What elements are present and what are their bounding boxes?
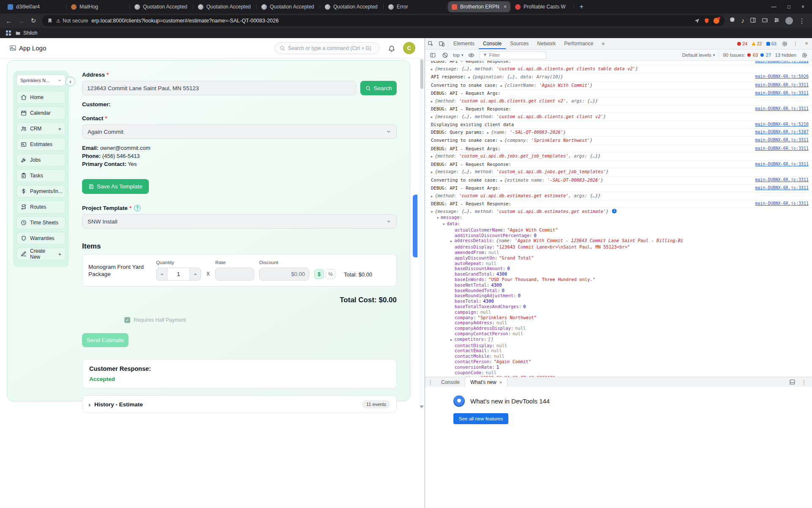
quantity-decrease-button[interactable] [156, 268, 167, 281]
extensions-puzzle-icon[interactable] [729, 17, 735, 25]
sidebar-item-home[interactable]: Home [16, 91, 66, 104]
browser-tab[interactable]: Quotation Accepted [131, 1, 193, 12]
browser-tab[interactable]: Profitable Casts W [511, 1, 574, 12]
devtools-settings-gear-icon[interactable] [779, 41, 790, 47]
contact-select[interactable]: Again Commit [82, 124, 397, 139]
source-link[interactable]: main-DUBNX-6R.js:3311 [749, 201, 809, 207]
drawer-menu-icon[interactable]: ⋮ [798, 379, 809, 385]
address-search-button[interactable]: Search [360, 81, 397, 95]
context-selector[interactable]: top▾ [453, 52, 464, 58]
expand-arrow-icon[interactable]: ▶ [431, 170, 433, 175]
reload-button[interactable]: ↻ [30, 17, 37, 25]
tree-property[interactable]: additionalDiscountPercentage:0 [431, 233, 809, 238]
tree-property[interactable]: baseRoundedTotal:0 [431, 288, 809, 293]
tune-icon[interactable] [774, 17, 780, 25]
drawer-layout-icon[interactable] [787, 379, 798, 385]
tree-property[interactable]: contactEmail:null [431, 348, 809, 353]
warning-count-badge[interactable]: 22 [752, 41, 762, 46]
expand-arrow-icon[interactable]: ▶ [487, 130, 489, 136]
live-expression-eye-icon[interactable] [467, 52, 476, 58]
source-link[interactable]: main-DUBNX-6R.js:3311 [749, 177, 809, 183]
drawer-kebab-icon[interactable]: ⋮ [425, 379, 436, 385]
quantity-increase-button[interactable] [189, 268, 201, 281]
help-icon[interactable]: ? [134, 205, 140, 211]
clear-console-icon[interactable] [441, 52, 449, 58]
minimize-button[interactable]: — [771, 4, 776, 10]
hidden-messages-label[interactable]: 13 hidden [775, 52, 796, 58]
source-link[interactable]: main-DUBNX-6R.js:3311 [749, 138, 809, 143]
scrollbar-thumb[interactable] [420, 59, 423, 89]
page-scrollbar[interactable] [420, 58, 424, 409]
security-indicator[interactable]: ⚠ Not secure [56, 18, 88, 24]
message-count-badge[interactable]: 63 [766, 41, 776, 46]
tree-property[interactable]: ▶addressDetails:{name: 'Again With Commi… [431, 238, 809, 244]
source-link[interactable]: main-DUBNX-6R.js:3311 [749, 91, 809, 96]
window-close-button[interactable]: × [801, 4, 804, 10]
tree-branch[interactable]: ▼data: [431, 221, 809, 227]
sidebar-item-jobs[interactable]: Jobs [16, 154, 66, 166]
tree-property[interactable]: baseRoundingAdjustment:0 [431, 293, 809, 298]
sidebar-item-warranties[interactable]: Warranties [16, 232, 66, 245]
tree-property[interactable]: baseGrandTotal:4300 [431, 271, 809, 277]
source-link[interactable]: main-DUBNX-6R.js:5387 [749, 130, 809, 135]
browser-tab[interactable]: Quotation Accepted [194, 1, 257, 12]
url-field[interactable]: ⚠ Not secure erp.local:8000/clients?look… [42, 15, 724, 26]
sidebar-item-tasks[interactable]: Tasks [16, 169, 66, 182]
send-estimate-button[interactable]: Send Estimate [82, 333, 129, 347]
sidebar-item-create-new[interactable]: Create New+ [16, 248, 66, 260]
source-link[interactable]: main-DUBNX-6R.js:3311 [749, 162, 809, 167]
tree-property[interactable]: baseTotalTaxesAndCharges:0 [431, 304, 809, 309]
plus-icon[interactable]: + [58, 251, 61, 257]
company-select[interactable]: Sprinklers N... [16, 75, 66, 86]
collapse-arrow-icon[interactable]: ▼ [443, 222, 444, 227]
expand-arrow-icon[interactable]: ▶ [431, 99, 433, 105]
maximize-button[interactable]: □ [787, 4, 790, 10]
tree-property[interactable]: conversionRate:1 [431, 364, 809, 370]
expand-arrow-icon[interactable]: ▶ [469, 75, 470, 80]
bookmark-icon[interactable] [47, 18, 53, 24]
browser-tab[interactable]: Brotherton ERPN× [448, 1, 510, 12]
tree-property[interactable]: companyAddress:null [431, 320, 809, 326]
forward-button[interactable]: → [17, 17, 25, 25]
sidebar-item-time-sheets[interactable]: Time Sheets [16, 216, 66, 229]
expand-arrow-icon[interactable]: ▶ [500, 83, 502, 89]
tab-close-icon[interactable]: × [504, 4, 507, 10]
address-input[interactable]: 123643 Commit Lane Saint Paul, MN 55123 [82, 81, 356, 95]
collapse-arrow-icon[interactable]: ▼ [437, 215, 439, 221]
command-search-input[interactable]: Search or type a command (Ctrl + G) [274, 42, 379, 54]
tree-property[interactable]: autoRepeat:null [431, 261, 809, 266]
rewards-icon[interactable] [713, 18, 719, 24]
source-link[interactable]: main-DUBNX-6R.js:3311 [749, 106, 809, 112]
expand-arrow-icon[interactable]: ▶ [500, 178, 502, 184]
source-link[interactable]: main-DUBNX-6R.js:3311 [749, 185, 809, 191]
expand-arrow-icon[interactable]: ▶ [450, 239, 452, 244]
tree-property[interactable]: company:"Sprinklers Northwest" [431, 315, 809, 320]
tree-property[interactable]: companyAddressDisplay:null [431, 326, 809, 331]
sidebar-item-routes[interactable]: Routes [16, 201, 66, 213]
tree-property[interactable]: actualCustomerName:"Again With Commit" [431, 227, 809, 233]
browser-tab[interactable]: MailHog [67, 1, 130, 12]
new-tab-button[interactable]: + [576, 3, 587, 11]
tab-groups-grid-icon[interactable] [6, 30, 11, 36]
browser-tab[interactable]: Quotation Accepted [321, 1, 384, 12]
devtools-close-icon[interactable]: × [801, 41, 812, 47]
save-as-template-button[interactable]: Save As Template [82, 179, 149, 194]
expand-arrow-icon[interactable]: ▶ [500, 138, 502, 144]
source-link[interactable]: main-DUBNX-6R.js:3311 [749, 83, 809, 88]
tree-property[interactable]: couponCode:null [431, 370, 809, 375]
source-link[interactable]: main-DUBNX-6R.js:3311 [749, 61, 809, 64]
tree-property[interactable]: companyContactPerson:null [431, 331, 809, 337]
close-whats-new-icon[interactable]: × [499, 380, 502, 385]
collapse-arrow-icon[interactable]: ▼ [431, 210, 433, 215]
sidebar-item-payments-in[interactable]: Payments/In... [16, 185, 66, 198]
console-sidebar-icon[interactable] [428, 52, 437, 58]
tree-property[interactable]: contactMobile:null [431, 353, 809, 359]
devtools-tab-console[interactable]: Console [479, 38, 506, 49]
console-settings-gear-icon[interactable] [800, 52, 809, 58]
user-avatar[interactable]: C [403, 42, 415, 54]
share-icon[interactable] [694, 18, 700, 24]
half-payment-checkbox[interactable]: ✓ [124, 317, 130, 323]
bookmark-folder-shiloh[interactable]: Shiloh [15, 30, 37, 36]
back-button[interactable]: ← [5, 17, 13, 25]
expand-arrow-icon[interactable]: ▶ [431, 67, 433, 72]
